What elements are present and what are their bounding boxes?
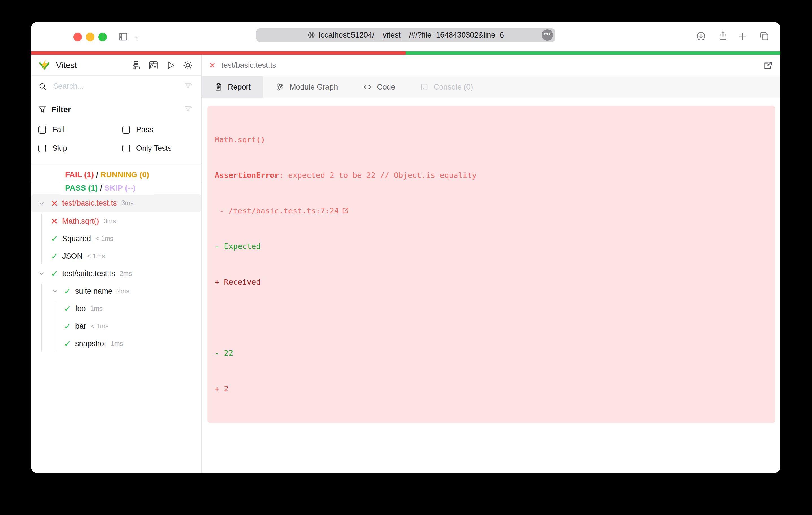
diff-expected-value: - 22 <box>215 347 768 359</box>
filter-title: Filter <box>51 105 70 114</box>
page-settings-button[interactable]: ••• <box>542 29 553 41</box>
test-label: JSON <box>62 252 83 261</box>
pass-icon: ✓ <box>51 269 58 279</box>
chevron-down-icon[interactable] <box>51 287 59 295</box>
diff-blank-line <box>215 312 768 324</box>
filter-option-fail[interactable]: Fail <box>38 120 122 139</box>
dashboard-icon[interactable] <box>148 60 158 70</box>
report-content: Math.sqrt() AssertionError: expected 2 t… <box>202 98 780 423</box>
close-file-icon[interactable]: ✕ <box>209 61 215 70</box>
tab-code[interactable]: Code <box>350 76 408 98</box>
pass-label: Pass <box>136 125 153 134</box>
skip-label: Skip <box>52 144 67 153</box>
test-duration: 2ms <box>120 270 132 277</box>
assertion-error-line: AssertionError: expected 2 to be 22 // O… <box>215 170 768 181</box>
pass-icon: ✓ <box>64 304 71 314</box>
tab-module-graph-label: Module Graph <box>290 83 338 91</box>
tab-overview-button[interactable] <box>759 31 769 41</box>
progress-pass-segment <box>406 51 780 55</box>
failed-test-title: Math.sqrt() <box>215 134 768 146</box>
filter-option-pass[interactable]: Pass <box>122 120 193 139</box>
test-duration: 1ms <box>90 305 103 312</box>
test-duration: 2ms <box>117 287 129 295</box>
tree-row-suite-name[interactable]: ✓ suite name 2ms <box>31 282 201 300</box>
test-label: Squared <box>62 234 91 243</box>
filter-option-skip[interactable]: Skip <box>38 139 122 157</box>
report-icon <box>214 83 223 91</box>
diff-received-value: + 2 <box>215 383 768 395</box>
stack-location-link[interactable]: /test/basic.test.ts:7:24 <box>229 206 339 215</box>
tab-code-label: Code <box>377 83 395 91</box>
main-panel: ✕ test/basic.test.ts Report <box>202 55 780 473</box>
tab-module-graph[interactable]: Module Graph <box>263 76 350 98</box>
error-report-panel: Math.sqrt() AssertionError: expected 2 t… <box>207 105 775 423</box>
fail-checkbox[interactable] <box>38 126 46 133</box>
minimize-window-button[interactable] <box>86 33 94 41</box>
sidebar-toggle-icon[interactable] <box>118 32 128 42</box>
summary-line-2: PASS (1) / SKIP (--) <box>65 181 149 194</box>
test-file-label: test/basic.test.ts <box>62 199 117 208</box>
test-progress-bar <box>31 51 780 55</box>
tree-row-foo[interactable]: ✓ foo 1ms <box>31 300 201 317</box>
filter-icon <box>38 105 46 114</box>
open-in-editor-icon[interactable] <box>342 207 349 214</box>
tree-row-squared[interactable]: ✓ Squared < 1ms <box>31 230 201 247</box>
tree-row-basic-test-file[interactable]: ✕ test/basic.test.ts 3ms <box>31 194 201 212</box>
tab-console-label: Console (0) <box>434 83 473 91</box>
module-graph-icon <box>276 83 285 91</box>
new-tab-button[interactable] <box>738 31 748 41</box>
tree-row-math-sqrt[interactable]: ✕ Math.sqrt() 3ms <box>31 212 201 230</box>
pass-icon: ✓ <box>64 321 71 331</box>
diff-received-label: + Received <box>215 276 768 288</box>
address-bar[interactable]: localhost:51204/__vitest__/#/?file=16484… <box>256 28 555 42</box>
clear-filters-icon[interactable] <box>184 105 193 114</box>
test-tree: ✕ test/basic.test.ts 3ms ✕ Math.sqrt() 3… <box>31 194 201 352</box>
globe-icon <box>308 31 315 39</box>
zoom-window-button[interactable] <box>98 33 107 41</box>
tree-row-bar[interactable]: ✓ bar < 1ms <box>31 317 201 335</box>
test-label: snapshot <box>75 339 106 348</box>
open-file-name: test/basic.test.ts <box>221 61 276 70</box>
pass-icon: ✓ <box>51 251 58 261</box>
test-file-label: test/suite.test.ts <box>62 269 115 278</box>
tree-row-json[interactable]: ✓ JSON < 1ms <box>31 247 201 265</box>
tree-view-icon[interactable] <box>131 60 141 70</box>
test-duration: < 1ms <box>87 252 105 260</box>
pass-icon: ✓ <box>64 286 71 296</box>
tab-console[interactable]: Console (0) <box>408 76 486 98</box>
test-summary: FAIL (1) / RUNNING (0) PASS (1) / SKIP (… <box>31 164 201 194</box>
chevron-down-icon[interactable] <box>38 200 45 207</box>
close-window-button[interactable] <box>74 33 82 41</box>
share-button[interactable] <box>718 30 728 41</box>
fail-icon: ✕ <box>51 216 58 226</box>
downloads-button[interactable] <box>696 31 706 41</box>
sidebar: Vitest <box>31 55 202 473</box>
tab-report-label: Report <box>228 83 251 91</box>
pass-icon: ✓ <box>64 339 71 349</box>
tree-row-suite-test-file[interactable]: ✓ test/suite.test.ts 2ms <box>31 265 201 282</box>
search-input[interactable] <box>53 82 184 91</box>
view-tabs: Report Module Graph Code <box>202 76 780 98</box>
run-all-icon[interactable] <box>166 60 175 70</box>
theme-toggle-icon[interactable] <box>183 60 193 70</box>
only-tests-checkbox[interactable] <box>122 145 130 152</box>
filter-option-only-tests[interactable]: Only Tests <box>122 139 193 157</box>
fail-icon: ✕ <box>51 198 58 208</box>
browser-toolbar: localhost:51204/__vitest__/#/?file=16484… <box>31 22 780 51</box>
chevron-down-icon[interactable] <box>38 270 45 277</box>
tree-row-snapshot[interactable]: ✓ snapshot 1ms <box>31 335 201 352</box>
open-external-icon[interactable] <box>763 60 773 70</box>
test-duration: 3ms <box>104 217 116 225</box>
skip-checkbox[interactable] <box>38 145 46 152</box>
test-duration: 3ms <box>121 199 134 207</box>
test-label: bar <box>75 322 86 331</box>
fail-label: Fail <box>52 125 65 134</box>
tab-report[interactable]: Report <box>202 76 263 98</box>
pass-checkbox[interactable] <box>122 126 130 133</box>
chevron-down-icon[interactable] <box>134 34 140 41</box>
file-tab-header: ✕ test/basic.test.ts <box>202 55 780 76</box>
pass-icon: ✓ <box>51 234 58 244</box>
test-duration: < 1ms <box>95 235 113 243</box>
clear-search-filter-icon[interactable] <box>184 82 193 91</box>
sidebar-header: Vitest <box>31 55 201 76</box>
